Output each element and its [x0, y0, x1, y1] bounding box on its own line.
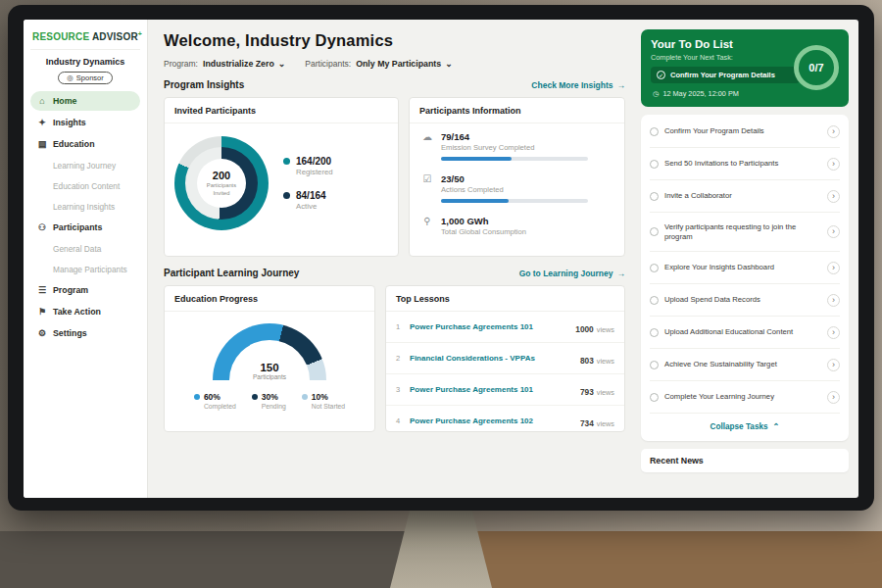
- lesson-views-word: views: [597, 419, 614, 428]
- card-title: Participants Information: [410, 98, 624, 123]
- sponsor-badge[interactable]: ◎ Sponsor: [58, 72, 112, 84]
- lesson-views-word: views: [597, 388, 614, 397]
- task-expand-button[interactable]: ›: [827, 158, 840, 171]
- sidebar-item-program[interactable]: ☰ Program: [30, 280, 140, 300]
- donut-center-label: Participants Invited: [202, 182, 241, 197]
- task-expand-button[interactable]: ›: [827, 225, 840, 238]
- logo-resource: RESOURCE: [32, 31, 89, 42]
- todo-task-list: Confirm Your Program Details › Send 50 I…: [641, 115, 849, 441]
- sidebar-item-general-data[interactable]: General Data: [30, 239, 140, 258]
- sidebar-item-insights[interactable]: ✦ Insights: [30, 113, 140, 132]
- task-checkbox[interactable]: [650, 160, 659, 169]
- stat-label: Emission Survey Completed: [441, 143, 588, 152]
- lesson-rank: 3: [396, 385, 403, 394]
- sponsor-icon: ◎: [67, 74, 74, 82]
- task-checkbox[interactable]: [650, 328, 659, 337]
- sidebar: RESOURCE ADVISOR+ Industry Dynamics ◎ Sp…: [24, 20, 148, 498]
- sidebar-item-home[interactable]: ⌂ Home: [30, 91, 140, 111]
- task-expand-button[interactable]: ›: [827, 359, 840, 371]
- task-checkbox[interactable]: [650, 361, 659, 369]
- chevron-up-icon: ⌃: [773, 421, 780, 431]
- participants-information-card: Participants Information ☁ 79/164 Emissi…: [409, 97, 625, 257]
- legend-dot-blue: [194, 394, 200, 400]
- lesson-link[interactable]: Power Purchase Agreements 102: [410, 416, 573, 425]
- task-expand-button[interactable]: ›: [827, 125, 840, 138]
- task-label: Explore Your Insights Dashboard: [664, 263, 821, 272]
- lesson-rank: 4: [396, 416, 403, 425]
- sidebar-item-manage-participants[interactable]: Manage Participants: [30, 260, 140, 278]
- task-expand-button[interactable]: ›: [827, 326, 840, 339]
- sidebar-item-settings[interactable]: ⚙ Settings: [30, 323, 140, 343]
- lesson-views-count: 803: [580, 356, 594, 366]
- stat-label: Total Global Consumption: [441, 227, 526, 236]
- top-lessons-card: Top Lessons 1 Power Purchase Agreements …: [385, 285, 625, 432]
- home-icon: ⌂: [37, 96, 47, 106]
- legend-label: Not Started: [312, 403, 345, 410]
- emission-icon: ☁: [421, 131, 433, 161]
- todo-progress-ring: 0/7: [794, 45, 839, 90]
- link-label: Go to Learning Journey: [519, 269, 613, 278]
- lesson-link[interactable]: Financial Considerations - VPPAs: [410, 354, 573, 363]
- stat-value: 1,000 GWh: [441, 216, 526, 226]
- legend-dot-navy: [252, 394, 258, 400]
- legend-dot-teal: [283, 158, 290, 165]
- legend-item-pending: 30% Pending: [252, 392, 286, 410]
- task-label: Complete Your Learning Journey: [664, 392, 821, 402]
- sidebar-item-take-action[interactable]: ⚑ Take Action: [30, 302, 140, 321]
- sidebar-item-learning-insights[interactable]: Learning Insights: [30, 197, 140, 216]
- task-checkbox[interactable]: [650, 264, 659, 272]
- task-checkbox[interactable]: [650, 393, 659, 402]
- logo-plus: +: [138, 30, 142, 37]
- program-insights-title: Program Insights: [164, 79, 244, 90]
- sidebar-item-education-content[interactable]: Education Content: [30, 176, 140, 195]
- task-expand-button[interactable]: ›: [827, 190, 840, 203]
- sidebar-item-education[interactable]: ▤ Education: [30, 134, 140, 154]
- legend-value: 30%: [262, 392, 286, 402]
- collapse-label: Collapse Tasks: [710, 422, 768, 431]
- participants-dropdown[interactable]: Only My Participants ⌄: [356, 59, 453, 69]
- legend-value: 164/200: [296, 156, 333, 167]
- app-logo: RESOURCE ADVISOR+: [30, 28, 140, 50]
- program-label: Program:: [164, 59, 198, 69]
- sidebar-item-label: Take Action: [53, 307, 101, 317]
- task-checkbox[interactable]: [650, 227, 659, 236]
- sidebar-item-learning-journey[interactable]: Learning Journey: [30, 156, 140, 174]
- invited-participants-card: Invited Participants 200 Participants In…: [164, 97, 399, 257]
- task-expand-button[interactable]: ›: [827, 262, 840, 274]
- learning-journey-title: Participant Learning Journey: [164, 268, 299, 278]
- program-icon: ☰: [37, 285, 47, 295]
- task-expand-button[interactable]: ›: [827, 294, 840, 307]
- check-more-insights-link[interactable]: Check More Insights →: [531, 80, 625, 90]
- todo-header-card: Your To Do List Complete Your Next Task:…: [641, 29, 849, 107]
- card-title: Education Progress: [165, 286, 374, 312]
- lesson-row: 4 Power Purchase Agreements 102 734views: [386, 406, 624, 432]
- next-task-pill[interactable]: ✓ Confirm Your Program Details: [651, 67, 800, 83]
- org-name: Industry Dynamics: [30, 50, 140, 70]
- lesson-link[interactable]: Power Purchase Agreements 101: [410, 385, 573, 394]
- task-label: Invite a Collaborator: [664, 191, 821, 201]
- lesson-link[interactable]: Power Purchase Agreements 101: [410, 322, 568, 331]
- legend-dot-pale: [302, 394, 308, 400]
- due-text: 12 May 2025, 12:00 PM: [662, 89, 738, 98]
- actions-icon: ☑: [421, 173, 433, 203]
- lesson-rank: 1: [396, 322, 403, 331]
- progress-bar-fill: [441, 199, 509, 203]
- task-row: Achieve One Sustainability Target ›: [650, 349, 840, 381]
- chevron-down-icon: ⌄: [278, 60, 286, 69]
- task-label: Send 50 Invitations to Participants: [664, 159, 821, 169]
- lesson-row: 3 Power Purchase Agreements 101 793views: [386, 374, 624, 406]
- chevron-down-icon: ⌄: [445, 60, 453, 69]
- task-checkbox[interactable]: [650, 127, 659, 136]
- task-checkbox[interactable]: [650, 192, 659, 201]
- check-circle-icon: ✓: [657, 71, 665, 79]
- collapse-tasks-button[interactable]: Collapse Tasks ⌃: [650, 414, 840, 440]
- sidebar-item-participants[interactable]: ⚇ Participants: [30, 218, 140, 237]
- lesson-row: 1 Power Purchase Agreements 101 1000view…: [386, 312, 624, 343]
- task-expand-button[interactable]: ›: [827, 391, 840, 404]
- legend-label: Completed: [204, 403, 236, 410]
- program-dropdown[interactable]: Industrialize Zero ⌄: [203, 59, 285, 69]
- go-to-learning-journey-link[interactable]: Go to Learning Journey →: [519, 269, 625, 278]
- settings-icon: ⚙: [37, 328, 47, 338]
- task-checkbox[interactable]: [650, 296, 659, 305]
- recent-news-header: Recent News: [641, 449, 849, 472]
